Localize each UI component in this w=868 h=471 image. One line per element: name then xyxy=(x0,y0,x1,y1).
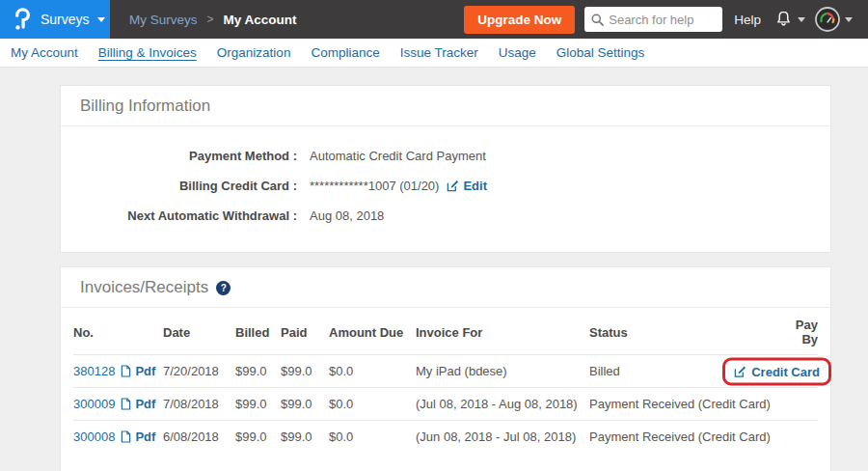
invoice-row-300009: 300009 Pdf xyxy=(73,388,818,421)
product-menu[interactable]: Surveys xyxy=(0,0,110,39)
invoice-number-link[interactable]: 380128 xyxy=(73,364,115,378)
invoice-pay-by-cell: Credit Card xyxy=(778,355,818,388)
invoice-for: My iPad (bdese) xyxy=(416,355,589,388)
billing-info-rows: Payment Method : Automatic Credit Card P… xyxy=(61,126,830,252)
invoice-number-link[interactable]: 300008 xyxy=(73,429,115,444)
invoice-billed: $99.0 xyxy=(235,388,281,421)
col-pay-by: Pay By xyxy=(778,308,818,355)
credit-card-highlight-annotation: Credit Card xyxy=(722,357,831,385)
pdf-link-label: Pdf xyxy=(135,429,155,444)
col-invoice-for: Invoice For xyxy=(416,308,589,355)
invoice-pay-by-cell xyxy=(778,388,818,421)
invoice-amount-due: $0.0 xyxy=(329,421,416,454)
pdf-link[interactable]: Pdf xyxy=(121,429,155,444)
invoice-amount-due: $0.0 xyxy=(329,355,416,388)
invoices-table: No. Date Billed Paid Amount Due Invoice … xyxy=(73,308,818,453)
chevron-down-icon xyxy=(97,17,105,22)
billing-information-title: Billing Information xyxy=(61,86,830,126)
questionpro-logo-icon xyxy=(12,7,32,32)
payment-method-row: Payment Method : Automatic Credit Card P… xyxy=(61,141,830,171)
invoices-receipts-title: Invoices/Receipts xyxy=(80,278,208,297)
help-link[interactable]: Help xyxy=(734,13,761,27)
bell-icon xyxy=(774,10,793,29)
pdf-link-label: Pdf xyxy=(135,397,155,411)
edit-pencil-icon xyxy=(734,365,746,377)
avatar xyxy=(815,7,840,32)
col-paid: Paid xyxy=(281,308,329,355)
invoice-paid: $99.0 xyxy=(281,388,329,421)
billing-information-card: Billing Information Payment Method : Aut… xyxy=(60,85,831,253)
invoice-row-300008: 300008 Pdf xyxy=(73,421,818,454)
notifications-button[interactable] xyxy=(774,10,805,29)
next-withdrawal-label: Next Automatic Withdrawal : xyxy=(61,208,297,223)
payment-method-label: Payment Method : xyxy=(61,149,297,163)
pdf-file-icon xyxy=(121,430,131,443)
invoice-for: (Jul 08, 2018 - Aug 08, 2018) xyxy=(416,388,589,421)
tab-organization[interactable]: Organization xyxy=(216,43,292,62)
edit-link-label: Edit xyxy=(463,179,487,193)
invoice-date: 6/08/2018 xyxy=(163,421,235,454)
pdf-link-label: Pdf xyxy=(135,364,155,378)
pay-by-credit-card-link[interactable]: Credit Card xyxy=(734,364,820,378)
account-nav-tabs: My Account Billing & Invoices Organizati… xyxy=(0,39,868,68)
account-menu[interactable] xyxy=(815,7,853,32)
invoice-row-380128: 380128 Pdf xyxy=(73,355,818,388)
tab-compliance[interactable]: Compliance xyxy=(310,43,380,62)
invoice-billed: $99.0 xyxy=(235,421,281,454)
invoice-paid: $99.0 xyxy=(281,355,329,388)
invoices-receipts-header: Invoices/Receipts ? xyxy=(61,267,830,308)
invoice-paid: $99.0 xyxy=(281,421,329,454)
tab-global-settings[interactable]: Global Settings xyxy=(556,43,646,62)
col-billed: Billed xyxy=(235,308,281,355)
edit-pencil-icon xyxy=(447,180,459,192)
edit-credit-card-link[interactable]: Edit xyxy=(447,179,487,193)
upgrade-now-button[interactable]: Upgrade Now xyxy=(464,6,575,34)
invoice-date: 7/08/2018 xyxy=(163,388,235,421)
pdf-link[interactable]: Pdf xyxy=(121,397,155,411)
next-withdrawal-row: Next Automatic Withdrawal : Aug 08, 2018 xyxy=(61,201,830,231)
col-date: Date xyxy=(163,308,235,355)
invoice-status: Payment Received (Credit Card) xyxy=(589,388,778,421)
breadcrumb-separator: > xyxy=(207,13,214,26)
invoice-date: 7/20/2018 xyxy=(163,355,235,388)
pdf-link[interactable]: Pdf xyxy=(121,364,155,378)
invoice-status: Payment Received (Credit Card) xyxy=(589,421,778,454)
col-status: Status xyxy=(589,308,778,355)
breadcrumb-my-account: My Account xyxy=(224,13,297,27)
chevron-down-icon xyxy=(798,17,805,22)
invoice-billed: $99.0 xyxy=(235,355,281,388)
chevron-down-icon xyxy=(845,17,853,22)
billing-credit-card-label: Billing Credit Card : xyxy=(61,179,297,193)
product-menu-label: Surveys xyxy=(41,12,90,27)
col-amount-due: Amount Due xyxy=(329,308,416,355)
billing-credit-card-value: ************1007 (01/20) Edit xyxy=(310,179,487,193)
breadcrumb-my-surveys[interactable]: My Surveys xyxy=(129,13,198,27)
help-search[interactable] xyxy=(584,7,722,32)
tab-usage[interactable]: Usage xyxy=(498,43,537,62)
search-input[interactable] xyxy=(609,13,717,27)
tab-my-account[interactable]: My Account xyxy=(10,43,79,62)
invoice-number-link[interactable]: 300009 xyxy=(73,397,115,411)
card-number-masked: ************1007 (01/20) xyxy=(310,179,439,193)
help-circle-icon[interactable]: ? xyxy=(216,281,231,295)
topbar: Surveys My Surveys > My Account Upgrade … xyxy=(0,0,868,39)
page-content: Billing Information Payment Method : Aut… xyxy=(0,68,868,471)
pdf-file-icon xyxy=(121,365,131,377)
invoice-for: (Jun 08, 2018 - Jul 08, 2018) xyxy=(416,421,589,454)
tab-billing-invoices[interactable]: Billing & Invoices xyxy=(97,43,198,62)
invoices-receipts-card: Invoices/Receipts ? No. Date Billed Paid… xyxy=(60,266,831,471)
search-icon xyxy=(590,13,605,27)
tab-issue-tracker[interactable]: Issue Tracker xyxy=(399,43,479,62)
breadcrumb: My Surveys > My Account xyxy=(129,13,297,27)
invoice-amount-due: $0.0 xyxy=(329,388,416,421)
invoices-header-row: No. Date Billed Paid Amount Due Invoice … xyxy=(73,308,818,355)
payment-method-value: Automatic Credit Card Payment xyxy=(310,149,486,163)
invoice-pay-by-cell xyxy=(778,421,818,454)
next-withdrawal-value: Aug 08, 2018 xyxy=(310,208,384,223)
col-no: No. xyxy=(73,308,163,355)
pdf-file-icon xyxy=(121,398,131,410)
pay-by-credit-card-label: Credit Card xyxy=(751,364,820,378)
billing-credit-card-row: Billing Credit Card : ************1007 (… xyxy=(61,171,830,201)
